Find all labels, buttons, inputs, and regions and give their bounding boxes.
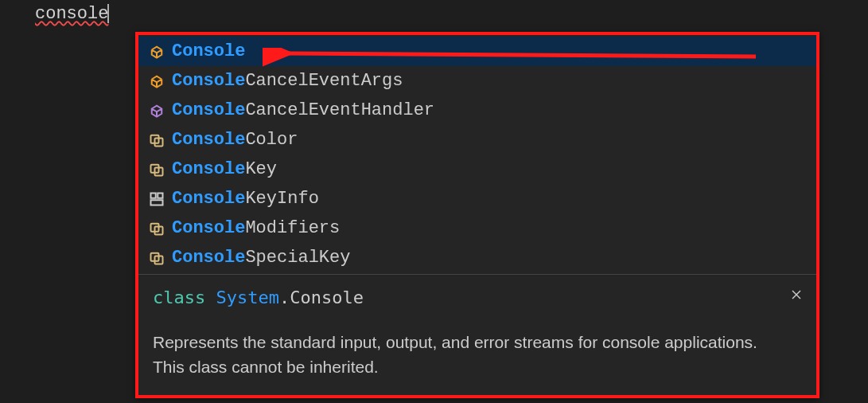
suggestion-item[interactable]: ConsoleKeyInfo <box>138 184 816 213</box>
suggestion-item[interactable]: ConsoleCancelEventArgs <box>138 66 816 96</box>
member-label: Console <box>290 288 364 307</box>
class-icon <box>146 44 167 60</box>
suggestion-label: ConsoleSpecialKey <box>172 248 350 268</box>
suggestion-item[interactable]: ConsoleSpecialKey <box>138 243 816 272</box>
suggestion-item[interactable]: ConsoleKey <box>138 155 816 184</box>
intellisense-popup: ConsoleConsoleCancelEventArgsConsoleCanc… <box>135 32 819 398</box>
svg-rect-6 <box>151 200 163 205</box>
signature-line: class System.Console <box>153 288 802 307</box>
struct-icon <box>146 191 167 207</box>
suggestion-label: ConsoleModifiers <box>172 218 340 238</box>
suggestion-list[interactable]: ConsoleConsoleCancelEventArgsConsoleCanc… <box>138 35 816 274</box>
editor-typed-text[interactable]: console <box>35 3 109 25</box>
svg-rect-5 <box>158 193 162 198</box>
suggestion-label: Console <box>172 41 245 61</box>
suggestion-item[interactable]: ConsoleModifiers <box>138 213 816 243</box>
suggestion-label: ConsoleKey <box>172 159 277 179</box>
module-icon <box>146 103 167 119</box>
keyword-class: class <box>153 288 205 307</box>
enum-icon <box>146 250 167 266</box>
namespace-label: System <box>216 288 278 307</box>
text-cursor <box>107 4 109 23</box>
svg-rect-4 <box>151 193 156 198</box>
class-icon <box>146 73 167 89</box>
suggestion-item[interactable]: Console <box>138 37 816 66</box>
suggestion-label: ConsoleCancelEventArgs <box>172 71 403 91</box>
documentation-text: Represents the standard input, output, a… <box>153 330 773 379</box>
close-icon[interactable] <box>788 286 805 303</box>
typed-token: console <box>35 4 108 24</box>
enum-icon <box>146 221 167 237</box>
suggestion-label: ConsoleKeyInfo <box>172 189 319 209</box>
documentation-panel: class System.Console Represents the stan… <box>138 274 816 395</box>
suggestion-item[interactable]: ConsoleCancelEventHandler <box>138 96 816 125</box>
enum-icon <box>146 132 167 148</box>
suggestion-label: ConsoleCancelEventHandler <box>172 100 434 120</box>
suggestion-item[interactable]: ConsoleColor <box>138 125 816 155</box>
suggestion-label: ConsoleColor <box>172 130 298 150</box>
enum-icon <box>146 162 167 178</box>
